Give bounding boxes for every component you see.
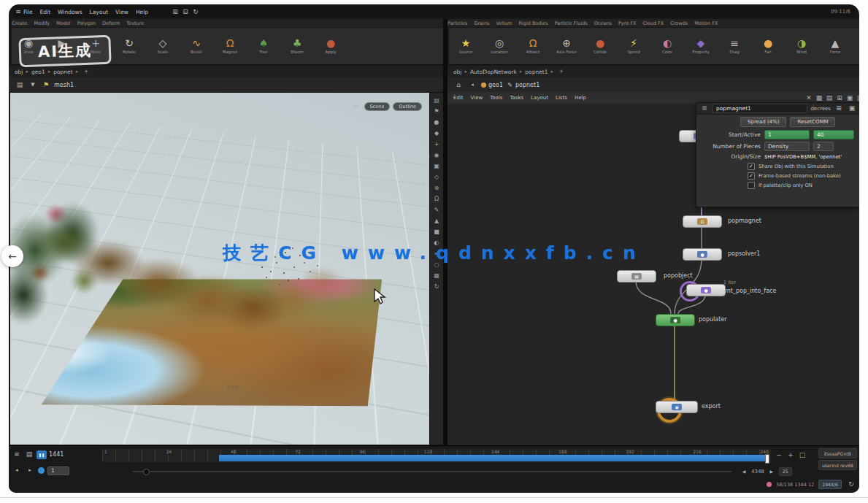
strip-tool-icon[interactable]: ● [434, 119, 439, 126]
strip-tool-icon[interactable]: + [434, 141, 439, 148]
layout-grid-icon[interactable]: ▦ [814, 93, 824, 103]
network-menu-item[interactable]: Tasks [510, 95, 523, 101]
shelf-tool-button[interactable]: ▲ Force [818, 38, 852, 54]
shelf-tab[interactable]: Create [12, 20, 28, 26]
step-forward-icon[interactable]: ▸ [25, 466, 35, 475]
shelf-tab[interactable]: Pyro FX [618, 20, 637, 26]
back-arrow-icon[interactable]: ◂ [467, 80, 477, 90]
split-toggle-icon[interactable]: ⊟ [180, 7, 191, 17]
breadcrumb-item[interactable]: geo1 [31, 69, 45, 75]
network-menu-item[interactable]: View [471, 95, 483, 101]
frame-start-field[interactable]: 1 [47, 466, 69, 475]
strip-tool-icon[interactable]: ■ [434, 229, 439, 236]
shelf-tool-button[interactable]: ● Fan [751, 38, 785, 54]
shelf-tool-button[interactable]: ★ Source [449, 38, 483, 54]
param-node-name-field[interactable]: popmagnet1 [713, 104, 807, 113]
breadcrumb-item[interactable]: obj [15, 69, 23, 75]
node-popobject[interactable]: ▤ [617, 270, 656, 283]
playback-range-bar[interactable] [219, 455, 768, 461]
back-button[interactable]: ← [1, 245, 23, 267]
shelf-tool-button[interactable]: ◐ Color [650, 38, 684, 54]
viewport-3d[interactable]: ⊙ Scene Outline 1:25 [10, 93, 429, 445]
strip-tool-icon[interactable]: ▣ [434, 163, 439, 170]
shelf-tool-button[interactable]: ↻ Rotate [112, 38, 146, 54]
shelf-tool-button[interactable]: ♠ Tree [247, 38, 280, 54]
viewport-pill-scene[interactable]: Scene [364, 102, 391, 111]
shelf-tool-button[interactable]: ◑ Wind [785, 38, 818, 54]
prev-key-icon[interactable]: ◀ [739, 466, 749, 476]
shelf-tool-button[interactable]: ♣ Bloom [280, 38, 314, 54]
flag-icon[interactable]: ⚑ [41, 80, 51, 90]
list-view-icon[interactable]: ▤ [15, 80, 25, 90]
menu-item[interactable]: File [23, 9, 33, 15]
shelf-tab[interactable]: Polygon [77, 20, 96, 26]
split-pane-icon[interactable]: ⊞ [834, 93, 845, 103]
strip-tool-icon[interactable]: ◉ [434, 152, 439, 159]
strip-tool-icon[interactable]: ◇ [434, 174, 439, 181]
strip-tool-icon[interactable]: ↻ [434, 283, 439, 291]
shelf-tab[interactable]: Motion FX [694, 20, 718, 26]
fps-chip[interactable]: 25 [779, 467, 792, 476]
menu-item[interactable]: Edit [40, 9, 51, 15]
shelf-tool-button[interactable]: Ω Attract [516, 38, 550, 54]
strip-tool-icon[interactable]: ⚑ [434, 108, 439, 115]
shelf-tab[interactable]: Crowds [670, 20, 688, 26]
strip-tool-icon[interactable]: ▤ [434, 97, 439, 104]
zoom-in-icon[interactable]: + [786, 450, 796, 460]
breadcrumb-item[interactable]: popnet1 [525, 69, 548, 75]
shelf-tool-button[interactable]: ◆ Property [684, 38, 718, 54]
param-checkbox-row[interactable]: If palette/clip only ON [748, 182, 856, 189]
home-icon[interactable]: ⌂ [453, 80, 464, 90]
shelf-tab[interactable]: Rigid Bodies [518, 20, 548, 26]
node-populater[interactable]: ● [656, 314, 695, 326]
node-popmagnet[interactable]: Ω [683, 215, 722, 228]
frame-range-icon[interactable]: □ [797, 450, 807, 460]
shelf-tab[interactable]: Particle Fluids [555, 20, 588, 26]
shelf-tab[interactable]: Particles [448, 20, 467, 26]
memory-chip[interactable]: 1944/6 [818, 480, 842, 489]
shelf-tab[interactable]: Vellum [496, 20, 512, 26]
pause-toggle-button[interactable]: ❚❚ [37, 450, 47, 459]
breadcrumb-item[interactable]: popnet [53, 69, 72, 75]
add-crumb-icon[interactable]: + [556, 67, 566, 77]
timeline-ruler[interactable]: 124487296120144168192216240 [102, 449, 771, 462]
network-menu-item[interactable]: Lists [556, 95, 567, 101]
shelf-tool-button[interactable]: ◇ Scale [146, 38, 180, 54]
shelf-tool-button[interactable]: ● Apply [314, 38, 347, 54]
timeline-menu-icon[interactable]: ≡ [12, 450, 22, 459]
shelf-tab[interactable]: Model [56, 20, 71, 26]
breadcrumb-item[interactable]: obj [453, 69, 461, 75]
strip-tool-icon[interactable]: ⊕ [434, 185, 439, 192]
pane-menu-icon[interactable]: ▥ [855, 93, 859, 103]
menu-item[interactable]: Layout [90, 9, 109, 15]
zoom-out-icon[interactable]: − [774, 450, 784, 460]
scrub-slider-handle[interactable] [143, 469, 150, 475]
strip-tool-icon[interactable]: ▲ [434, 218, 439, 225]
add-crumb-icon[interactable]: + [81, 67, 91, 77]
next-key-icon[interactable]: ▶ [767, 466, 777, 476]
network-menu-item[interactable]: Edit [453, 95, 464, 101]
panel-menu-icon[interactable]: ▣ [847, 104, 857, 113]
param-field-count[interactable]: 2 [813, 142, 834, 151]
network-menu-item[interactable]: Help [575, 95, 586, 101]
app-menu-icon[interactable]: ≡ [13, 7, 23, 17]
shelf-tool-button[interactable]: ⊕ Axis Force [550, 38, 583, 54]
strip-tool-icon[interactable]: ◆ [434, 130, 439, 137]
geo-chip[interactable]: geo1 [481, 82, 503, 88]
shelf-tab[interactable]: Modify [34, 20, 50, 26]
checkbox-icon[interactable] [748, 182, 755, 189]
object-name[interactable]: mesh1 [54, 82, 74, 88]
layout-rows-icon[interactable]: ▤ [824, 93, 834, 103]
param-field-active[interactable]: 40 [813, 130, 854, 139]
playhead-handle[interactable] [765, 454, 769, 464]
shelf-tab[interactable]: Deform [102, 20, 120, 26]
strip-tool-icon[interactable]: ▦ [434, 272, 439, 280]
param-expression-text[interactable]: $HIP PosVDB+B$MM, 'opennet' [764, 154, 842, 160]
menu-item[interactable]: Windows [58, 9, 82, 15]
scrub-slider-track[interactable] [133, 471, 731, 472]
node-export[interactable]: ◉ [656, 401, 698, 413]
param-checkbox-row[interactable]: ✓ Frame-based streams (non-bake) [748, 172, 856, 180]
menu-item[interactable]: Help [136, 9, 148, 15]
shelf-tool-button[interactable]: ≡ Drag [718, 38, 751, 54]
breadcrumb-item[interactable]: AutoDopNetwork [470, 69, 517, 75]
